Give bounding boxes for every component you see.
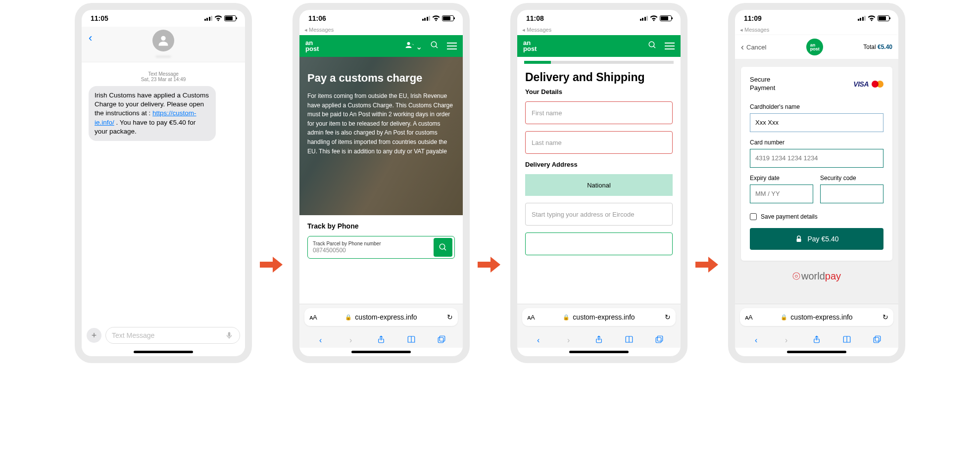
site-header: anpost ⌄: [299, 35, 463, 57]
cardholder-name-field[interactable]: [750, 113, 883, 132]
battery-icon: [442, 15, 454, 21]
signal-icon: [640, 16, 648, 21]
track-input[interactable]: Track Parcel by Phone number 0874500500: [307, 236, 455, 259]
expiry-field[interactable]: [750, 185, 813, 203]
track-search-button[interactable]: [434, 238, 452, 257]
menu-icon[interactable]: [665, 43, 675, 49]
svg-rect-11: [656, 337, 662, 343]
checkbox-icon[interactable]: [750, 213, 757, 220]
site-header: anpost: [517, 35, 681, 57]
address-bar[interactable]: ᴀA 🔒 custom-express.info ↻: [740, 308, 893, 326]
bookmarks-icon[interactable]: [406, 335, 417, 346]
tabs-icon[interactable]: [654, 335, 665, 346]
sms-body: Text Message Sat, 23 Mar at 14:49 Irish …: [82, 62, 245, 323]
extra-field[interactable]: [525, 232, 673, 255]
page-title: Delivery and Shipping: [525, 71, 673, 84]
address-bar[interactable]: ᴀA 🔒 custom-express.info ↻: [522, 308, 676, 326]
svg-rect-1: [228, 332, 231, 336]
svg-rect-12: [797, 238, 801, 242]
back-button[interactable]: ‹: [89, 32, 92, 45]
share-icon[interactable]: [811, 335, 822, 346]
url-bar: ᴀA 🔒 custom-express.info ↻: [735, 304, 898, 330]
text-size-icon[interactable]: ᴀA: [309, 314, 317, 321]
share-icon[interactable]: [593, 335, 604, 346]
cvv-label: Security code: [820, 175, 883, 182]
url-bar: ᴀA 🔒 custom-express.info ↻: [299, 304, 463, 330]
forward-icon: ›: [345, 336, 356, 345]
lock-icon: [794, 234, 803, 243]
card-number-label: Card number: [750, 139, 883, 146]
back-to-messages[interactable]: Messages: [735, 27, 898, 35]
anpost-logo[interactable]: anpost: [523, 40, 537, 51]
progress-bar: [524, 61, 674, 64]
card-number-field[interactable]: [750, 149, 883, 168]
anpost-logo-circle: anpost: [806, 39, 823, 55]
reload-icon[interactable]: ↻: [882, 313, 888, 321]
status-time: 11:06: [308, 14, 326, 22]
share-icon[interactable]: [376, 335, 387, 346]
last-name-field[interactable]: Last name: [525, 131, 673, 154]
reload-icon[interactable]: ↻: [447, 313, 453, 321]
tabs-icon[interactable]: [872, 335, 882, 346]
phone-payment: 11:09 Messages Cancel anpost Total €5.40…: [735, 10, 898, 356]
national-tab[interactable]: National: [525, 174, 673, 196]
battery-icon: [224, 15, 236, 21]
reload-icon[interactable]: ↻: [665, 313, 671, 321]
text-size-icon[interactable]: ᴀA: [527, 314, 535, 321]
lock-icon: 🔒: [563, 314, 570, 321]
bookmarks-icon[interactable]: [841, 335, 852, 346]
compose-bar: + Text Message: [82, 323, 245, 348]
svg-rect-15: [874, 337, 880, 343]
wifi-icon: [214, 15, 222, 21]
section-your-details: Your Details: [525, 88, 673, 95]
first-name-field[interactable]: First name: [525, 101, 673, 124]
mic-icon[interactable]: [225, 331, 234, 340]
text-size-icon[interactable]: ᴀA: [745, 314, 752, 321]
mastercard-logo: [872, 80, 883, 88]
url-bar: ᴀA 🔒 custom-express.info ↻: [517, 304, 681, 330]
cvv-field[interactable]: [820, 185, 883, 203]
search-icon[interactable]: [430, 41, 439, 51]
cancel-button[interactable]: Cancel: [741, 42, 766, 52]
wifi-icon: [868, 15, 876, 21]
back-icon[interactable]: ‹: [533, 336, 544, 345]
user-icon[interactable]: ⌄: [405, 41, 422, 51]
status-time: 11:05: [91, 14, 108, 22]
status-bar: 11:09: [735, 10, 898, 27]
browser-toolbar: ‹ ›: [735, 330, 898, 348]
back-to-messages[interactable]: Messages: [299, 27, 463, 35]
forward-icon: ›: [781, 336, 792, 345]
anpost-logo[interactable]: anpost: [305, 40, 319, 51]
svg-point-2: [407, 42, 410, 45]
bookmarks-icon[interactable]: [624, 335, 635, 346]
avatar[interactable]: [152, 30, 174, 51]
status-icons: [640, 15, 672, 21]
status-time: 11:09: [744, 14, 762, 22]
pay-button[interactable]: Pay €5.40: [750, 228, 883, 250]
svg-rect-7: [439, 337, 444, 343]
back-icon[interactable]: ‹: [751, 336, 762, 345]
save-details-checkbox[interactable]: Save payment details: [750, 213, 883, 220]
tabs-icon[interactable]: [436, 335, 447, 346]
back-icon[interactable]: ‹: [315, 336, 326, 345]
wifi-icon: [432, 15, 440, 21]
track-section: Track by Phone Track Parcel by Phone num…: [299, 215, 463, 266]
message-input[interactable]: Text Message: [105, 327, 240, 344]
back-to-messages[interactable]: Messages: [517, 27, 681, 35]
address-bar[interactable]: ᴀA 🔒 custom-express.info ↻: [304, 308, 458, 326]
svg-point-3: [431, 42, 437, 47]
menu-icon[interactable]: [447, 43, 457, 49]
address-field[interactable]: Start typing your address or Eircode: [525, 203, 673, 226]
sms-header: ‹ ———: [82, 27, 245, 62]
sms-bubble[interactable]: Irish Customs have applied a Customs Cha…: [89, 86, 216, 141]
svg-rect-6: [440, 336, 445, 341]
status-bar: 11:06: [299, 10, 463, 27]
search-icon[interactable]: [648, 41, 657, 51]
phone-sms: 11:05 ‹ ——— Text Message Sat, 23 Mar at …: [82, 10, 245, 356]
hero-title: Pay a customs charge: [307, 72, 455, 85]
attach-button[interactable]: +: [87, 328, 101, 343]
visa-logo: VISA: [853, 80, 869, 88]
flow-arrow: [260, 255, 285, 275]
cardholder-name-label: Cardholder's name: [750, 103, 883, 110]
phone-customs-page: 11:06 Messages anpost ⌄ Pay a customs ch…: [299, 10, 463, 356]
